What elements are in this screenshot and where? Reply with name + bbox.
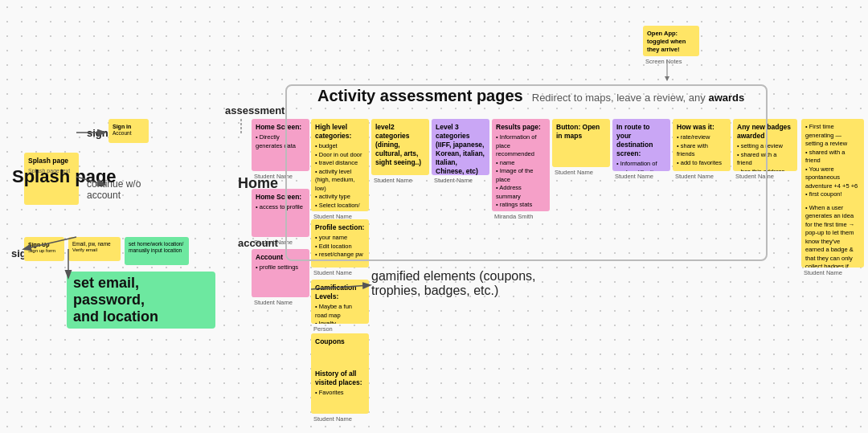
set-location-note: set home/work location/ manually input l…: [125, 237, 189, 265]
history-note: History of all visited places: Favorites: [311, 366, 369, 414]
gamification-levels-note: Gamification Levels: Maybe a fun road ma…: [311, 280, 369, 324]
sign-in-note: Sign in Account: [108, 119, 149, 143]
far-right-note: First time generating — setting a review…: [801, 119, 864, 268]
email-pw-note: Email, pw, name Verify email: [68, 237, 121, 261]
gamified-elements-label: gamified elements (coupons,trophies, bad…: [371, 269, 536, 298]
sign-up-note: Sign Up Sign up form: [24, 237, 64, 261]
activity-assessment-section: [285, 84, 768, 261]
continue-wo-account-label: continue w/oaccount: [87, 178, 141, 201]
assessment-label: assessment: [225, 104, 285, 116]
activity-assessment-title: Activity assessment pages Redirect to ma…: [317, 87, 744, 105]
open-app-note: Open App: toggled when they arrive!: [643, 26, 699, 56]
set-email-label: set email, password,and location: [67, 272, 215, 329]
